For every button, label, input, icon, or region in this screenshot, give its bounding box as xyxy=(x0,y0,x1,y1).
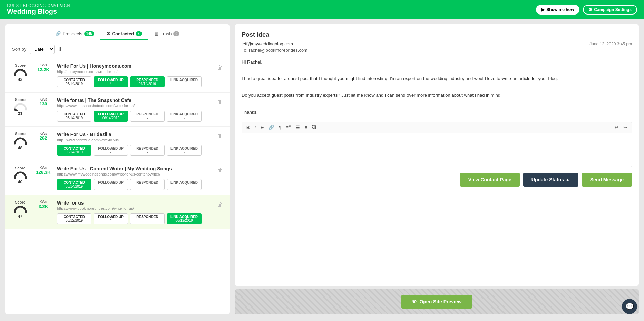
status-btn-link-acquired[interactable]: LINK ACQUIRED- xyxy=(167,179,202,190)
status-btn-followed-up[interactable]: FOLLOWED UP* xyxy=(94,76,128,87)
list-item[interactable]: Score31KWs130Write for us | The Snapshot… xyxy=(5,93,230,127)
status-btn-link-acquired[interactable]: LINK ACQUIRED- xyxy=(167,76,202,87)
toolbar-italic[interactable]: I xyxy=(253,124,257,131)
status-btn-link-acquired[interactable]: LINK ACQUIRED- xyxy=(167,111,202,122)
score-meter: Score42 xyxy=(11,63,30,82)
score-label: Score xyxy=(15,97,26,102)
status-btn-link-acquired[interactable]: LINK ACQUIRED- xyxy=(167,145,202,156)
main-content: 🔗 Prospects 145 ✉ Contacted 5 🗑 Trash 0 … xyxy=(0,19,644,319)
open-site-preview-button[interactable]: 👁 Open Site Preview xyxy=(401,295,472,309)
score-number: 31 xyxy=(18,111,22,116)
list-item[interactable]: Score47KWs3.2KWrite for ushttps://www.bo… xyxy=(5,195,230,229)
left-panel: 🔗 Prospects 145 ✉ Contacted 5 🗑 Trash 0 … xyxy=(5,24,230,314)
status-buttons-row: CONTACTED06/14/2019FOLLOWED UP-RESPONDED… xyxy=(57,179,212,190)
chat-bubble-button[interactable]: 💬 xyxy=(622,299,637,314)
toolbar-unordered-list[interactable]: ☰ xyxy=(294,124,302,131)
score-number: 47 xyxy=(18,214,22,219)
toolbar-redo[interactable]: ↪ xyxy=(622,124,629,131)
email-title: Post idea xyxy=(242,31,632,38)
status-btn-followed-up[interactable]: FOLLOWED UP- xyxy=(94,145,128,156)
status-btn-date: - xyxy=(134,219,161,223)
delete-prospect-button[interactable]: 🗑 xyxy=(216,97,224,106)
gauge-svg xyxy=(12,204,28,213)
kws-info: KWs128.3K xyxy=(34,166,53,175)
list-item[interactable]: Score40KWs128.3KWrite For Us - Content W… xyxy=(5,161,230,195)
download-icon[interactable]: ⬇ xyxy=(58,46,62,53)
campaign-settings-button[interactable]: ⚙ Campaign Settings xyxy=(583,5,637,15)
status-btn-contacted[interactable]: CONTACTED06/12/2019 xyxy=(57,213,91,224)
status-btn-date: - xyxy=(134,150,161,154)
kws-value: 262 xyxy=(40,135,47,141)
tab-prospects[interactable]: 🔗 Prospects 145 xyxy=(49,28,100,40)
delete-prospect-button[interactable]: 🗑 xyxy=(216,63,224,72)
delete-prospect-button[interactable]: 🗑 xyxy=(216,132,224,141)
list-item[interactable]: Score42KWs12.2KWrite For Us | Honeymoons… xyxy=(5,58,230,93)
tab-prospects-badge: 145 xyxy=(84,31,94,36)
email-to: To: rachel@bookmorebrides.com xyxy=(242,48,632,53)
score-meter: Score31 xyxy=(11,97,30,116)
kws-value: 12.2K xyxy=(37,67,49,72)
tab-trash[interactable]: 🗑 Trash 0 xyxy=(148,28,186,40)
toolbar-image[interactable]: 🖼 xyxy=(310,124,318,131)
score-label: Score xyxy=(15,200,26,204)
top-bar-actions: ▶ Show me how ⚙ Campaign Settings xyxy=(536,5,637,15)
status-btn-responded[interactable]: RESPONDED- xyxy=(130,179,165,190)
prospect-details: Write For Us - Bridezillahttp://www.brid… xyxy=(57,132,212,156)
link-icon: 🔗 xyxy=(55,31,61,36)
status-btn-date: - xyxy=(170,116,198,120)
email-panel: Post idea jeff@myweddingblog.com June 12… xyxy=(235,24,639,286)
send-message-button[interactable]: Send Message xyxy=(582,173,632,187)
status-btn-link-acquired[interactable]: LINK ACQUIRED06/12/2019 xyxy=(167,213,202,224)
editor-area[interactable] xyxy=(242,133,632,167)
status-btn-contacted[interactable]: CONTACTED06/14/2019 xyxy=(57,145,91,156)
status-btn-followed-up[interactable]: FOLLOWED UP* xyxy=(94,213,128,224)
gauge-svg xyxy=(12,136,28,145)
status-btn-date: - xyxy=(97,185,124,188)
prospect-details: Write For Us - Content Writer | My Weddi… xyxy=(57,166,212,190)
prospect-list: Score42KWs12.2KWrite For Us | Honeymoons… xyxy=(5,58,230,229)
kws-label: KWs xyxy=(40,200,47,204)
toolbar-strikethrough[interactable]: S xyxy=(259,124,265,131)
delete-prospect-button[interactable]: 🗑 xyxy=(216,200,224,209)
status-btn-date: 06/14/2019 xyxy=(61,150,88,154)
kws-value: 128.3K xyxy=(36,170,51,175)
status-btn-date: * xyxy=(97,219,124,223)
tab-contacted[interactable]: ✉ Contacted 5 xyxy=(100,28,148,40)
list-item[interactable]: Score48KWs262Write For Us - Bridezillaht… xyxy=(5,127,230,161)
toolbar-undo[interactable]: ↩ xyxy=(613,124,620,131)
play-icon: ▶ xyxy=(541,7,545,12)
kws-label: KWs xyxy=(40,132,47,135)
status-btn-label: RESPONDED xyxy=(136,147,158,150)
toolbar-ordered-list[interactable]: ≡ xyxy=(303,124,309,131)
sort-select[interactable]: Date Score KWs xyxy=(30,45,55,54)
editor-toolbar: B I S 🔗 ¶ ❝❞ ☰ ≡ 🖼 ↩ ↪ xyxy=(242,122,632,133)
show-me-how-button[interactable]: ▶ Show me how xyxy=(536,5,579,15)
toolbar-link[interactable]: 🔗 xyxy=(267,124,276,131)
status-btn-contacted[interactable]: CONTACTED06/14/2019 xyxy=(57,179,91,190)
toolbar-bold[interactable]: B xyxy=(245,124,251,131)
status-btn-responded[interactable]: RESPONDED- xyxy=(130,111,165,122)
toolbar-quote[interactable]: ❝❞ xyxy=(284,124,293,131)
status-btn-responded[interactable]: RESPONDED- xyxy=(130,145,165,156)
score-meter: Score40 xyxy=(11,166,30,185)
status-btn-date: 06/14/2019 xyxy=(61,82,88,86)
view-contact-page-button[interactable]: View Contact Page xyxy=(460,173,520,187)
status-btn-label: LINK ACQUIRED xyxy=(170,147,198,150)
status-btn-contacted[interactable]: CONTACTED06/14/2019 xyxy=(57,76,91,87)
campaign-label: GUEST BLOGGING CAMPAIGN xyxy=(7,3,70,8)
score-number: 48 xyxy=(18,145,22,150)
prospect-url: https://www.bookmorebrides.com/write-for… xyxy=(57,206,212,210)
status-btn-contacted[interactable]: CONTACTED06/14/2019 xyxy=(57,111,91,122)
status-btn-followed-up[interactable]: FOLLOWED UP06/14/2019 xyxy=(94,111,128,122)
delete-prospect-button[interactable]: 🗑 xyxy=(216,166,224,175)
tab-trash-label: Trash xyxy=(160,31,172,36)
kws-info: KWs12.2K xyxy=(34,63,53,72)
status-btn-label: LINK ACQUIRED xyxy=(170,181,198,185)
status-btn-followed-up[interactable]: FOLLOWED UP- xyxy=(94,179,128,190)
status-btn-responded[interactable]: RESPONDED- xyxy=(130,213,165,224)
prospect-details: Write For Us | Honeymoons.comhttp://hone… xyxy=(57,63,212,87)
update-status-button[interactable]: Update Status ▲ xyxy=(523,173,578,187)
status-btn-responded[interactable]: RESPONDED06/14/2019 xyxy=(130,76,165,87)
toolbar-paragraph[interactable]: ¶ xyxy=(277,124,283,131)
status-btn-date: 06/14/2019 xyxy=(134,82,161,86)
